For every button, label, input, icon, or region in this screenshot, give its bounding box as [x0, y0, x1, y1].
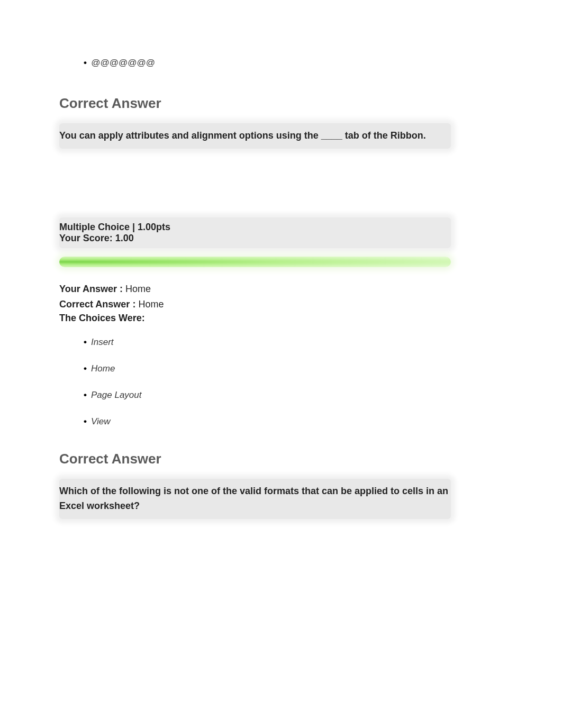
correct-answer-row: Correct Answer : Home	[59, 297, 451, 312]
choice-item: View	[84, 416, 451, 427]
question-text: Which of the following is not one of the…	[59, 484, 451, 514]
prior-question-choices-fragment: @@@@@@@	[84, 57, 451, 69]
question-text: You can apply attributes and alignment o…	[59, 129, 451, 143]
score-status-bar	[59, 257, 451, 267]
choice-item: Home	[84, 363, 451, 375]
content-column: @@@@@@@ Correct Answer You can apply att…	[59, 0, 451, 519]
correct-answer-heading: Correct Answer	[59, 451, 451, 467]
choices-list: Insert Home Page Layout View	[84, 336, 451, 427]
choices-heading: The Choices Were:	[59, 313, 451, 324]
choice-item: Page Layout	[84, 389, 451, 401]
page-container: @@@@@@@ Correct Answer You can apply att…	[0, 0, 562, 728]
correct-answer-heading: Correct Answer	[59, 95, 451, 112]
question-block: You can apply attributes and alignment o…	[59, 123, 451, 149]
correct-answer-value: Home	[135, 299, 164, 310]
your-score: Your Score: 1.00	[59, 233, 451, 244]
choice-item: Insert	[84, 336, 451, 348]
choice-item: @@@@@@@	[84, 57, 451, 69]
your-answer-row: Your Answer : Home	[59, 282, 451, 296]
correct-answer-label: Correct Answer :	[59, 299, 135, 310]
question-type-points: Multiple Choice | 1.00pts	[59, 222, 451, 233]
question-meta-block: Multiple Choice | 1.00pts Your Score: 1.…	[59, 217, 451, 248]
your-answer-label: Your Answer :	[59, 284, 123, 294]
your-answer-value: Home	[123, 284, 151, 294]
question-block: Which of the following is not one of the…	[59, 479, 451, 519]
